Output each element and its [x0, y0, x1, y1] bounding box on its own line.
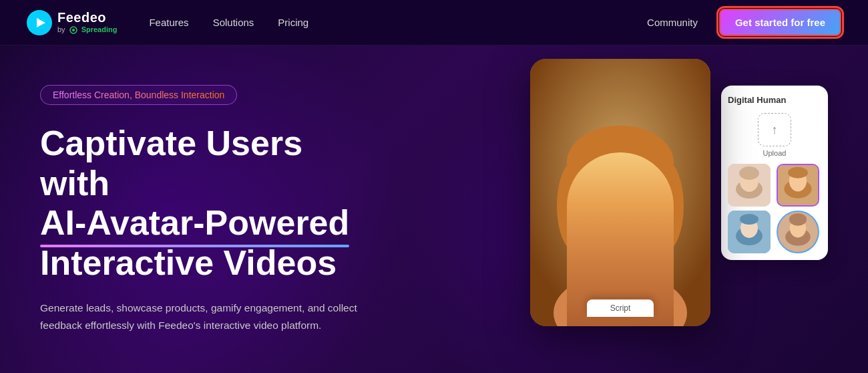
svg-point-3 — [72, 29, 75, 31]
hero-section: Effortless Creation, Boundless Interacti… — [0, 45, 868, 373]
svg-point-11 — [596, 198, 609, 207]
hero-visual: Script Digital Human ↑ Upload — [530, 59, 828, 326]
upload-icon: ↑ — [772, 123, 778, 137]
hero-subtitle: Generate leads, showcase products, gamif… — [40, 299, 361, 334]
svg-point-17 — [616, 213, 624, 219]
script-label: Script — [587, 299, 654, 317]
video-placeholder — [530, 59, 710, 326]
nav-link-community[interactable]: Community — [647, 17, 698, 28]
upload-label: Upload — [763, 149, 787, 157]
avatar-3-img — [728, 211, 771, 253]
logo-text: Feedeo by Spreading — [57, 10, 117, 35]
svg-point-12 — [598, 199, 606, 206]
navbar: Feedeo by Spreading Features Solutions P… — [0, 0, 868, 45]
nav-links: Features Solutions Pricing — [149, 17, 308, 28]
video-frame: Script — [530, 59, 710, 326]
hero-title-line2-text: AI-Avatar-Powered — [40, 203, 349, 243]
avatar-1-img — [728, 164, 771, 207]
svg-point-10 — [644, 159, 684, 253]
svg-point-15 — [634, 199, 642, 206]
svg-point-14 — [632, 198, 645, 207]
upload-box[interactable]: ↑ — [758, 113, 791, 146]
nav-link-features[interactable]: Features — [149, 17, 188, 28]
svg-point-28 — [788, 167, 808, 178]
nav-link-pricing[interactable]: Pricing — [278, 17, 308, 28]
svg-point-24 — [739, 166, 759, 180]
svg-point-7 — [570, 149, 670, 263]
nav-left: Feedeo by Spreading Features Solutions P… — [27, 10, 308, 35]
svg-point-16 — [636, 201, 640, 205]
nav-link-solutions[interactable]: Solutions — [213, 17, 254, 28]
nav-right: Community Get started for free — [647, 9, 841, 36]
hero-title: Captivate Users with AI-Avatar-Powered I… — [40, 124, 374, 283]
hero-title-line2: AI-Avatar-Powered — [40, 203, 374, 243]
svg-rect-6 — [607, 233, 634, 273]
panel-title: Digital Human — [728, 95, 821, 105]
spreading-icon — [68, 25, 79, 35]
svg-point-13 — [600, 201, 604, 205]
hero-content: Effortless Creation, Boundless Interacti… — [0, 85, 414, 334]
svg-point-18 — [611, 224, 630, 231]
svg-point-36 — [789, 213, 807, 226]
logo-by: by Spreading — [57, 25, 117, 35]
avatar-cell-4[interactable] — [777, 211, 819, 253]
feedeo-logo-icon — [27, 10, 52, 35]
svg-rect-4 — [530, 59, 710, 326]
svg-point-19 — [581, 209, 602, 223]
logo[interactable]: Feedeo by Spreading — [27, 10, 117, 35]
avatar-cell-2[interactable] — [777, 164, 819, 207]
avatar-cell-1[interactable] — [728, 164, 771, 207]
digital-human-panel: Digital Human ↑ Upload — [721, 86, 828, 260]
avatar-cell-3[interactable] — [728, 211, 771, 253]
hero-title-line1: Captivate Users with — [40, 124, 374, 204]
avatar-grid — [728, 164, 821, 253]
hero-title-line3: Interactive Videos — [40, 243, 374, 283]
logo-name: Feedeo — [57, 10, 117, 25]
svg-point-9 — [557, 159, 597, 253]
panel-upload: ↑ Upload — [728, 113, 821, 157]
get-started-button[interactable]: Get started for free — [719, 9, 841, 36]
svg-point-32 — [740, 214, 758, 225]
woman-illustration — [530, 59, 710, 326]
avatar-4-img — [778, 212, 818, 252]
tagline-badge: Effortless Creation, Boundless Interacti… — [40, 85, 237, 105]
tagline-text: Effortless Creation, Boundless Interacti… — [53, 90, 224, 100]
svg-point-20 — [638, 209, 660, 223]
avatar-2-img — [778, 165, 818, 205]
